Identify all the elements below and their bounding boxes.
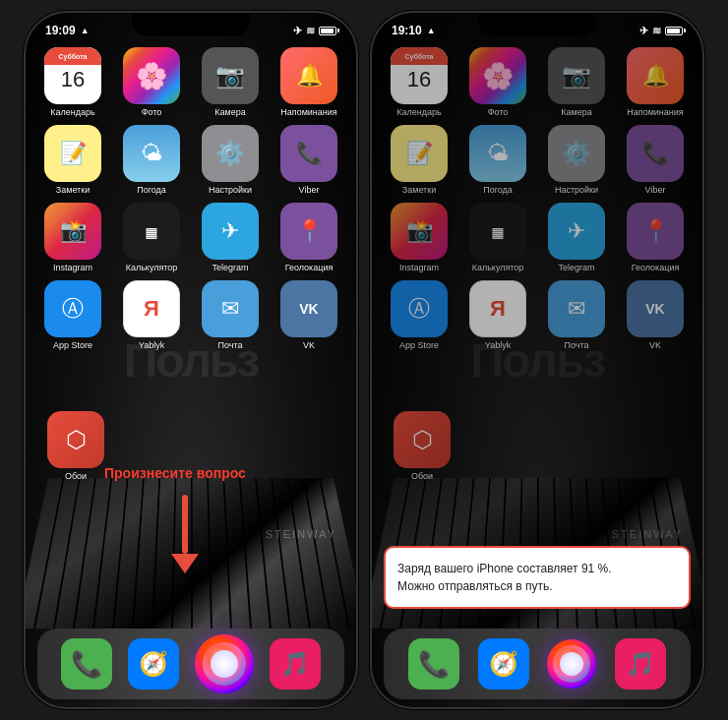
steinway-text-left: STEINWAY [266,528,336,540]
calendar-num-left: 16 [61,67,85,92]
app-yablyk-left[interactable]: Я Yablyk [116,280,187,350]
appstore-label-left: App Store [53,340,92,350]
settings-label-left: Настройки [209,185,252,195]
photos-label-left: Фото [142,107,162,117]
dock-phone-left[interactable]: 📞 [61,638,112,690]
status-bar-right: 19:10 ▲ ✈ ≋ [372,13,702,42]
dock-safari-right[interactable]: 🧭 [478,638,529,690]
yablyk-icon-left: Я [123,280,180,337]
reminders-label-left: Напоминания [280,107,336,117]
app-mail-left[interactable]: ✉ Почта [195,280,266,350]
oboi-label-left: Обои [65,471,87,481]
app-calculator-left[interactable]: ▦ Калькулятор [116,203,187,272]
app-photos-left[interactable]: 🌸 Фото [116,47,187,117]
location-icon-right: ▲ [427,26,436,35]
app-vk-left[interactable]: VK VK [273,280,344,350]
vk-label-left: VK [303,340,315,350]
siri-center-right [560,652,583,676]
status-right-left: ✈ ≋ [293,25,336,37]
weather-label-left: Погода [137,185,166,195]
viber-icon-left: 📞 [280,125,337,182]
right-screen: STEINWAY Польз 19:10 ▲ ✈ ≋ Суббота 16 [372,13,702,707]
calendar-icon-left: Суббота 16 [44,47,101,104]
notch-left [132,13,250,36]
photos-icon-left: 🌸 [123,47,180,104]
app-geolocation-left[interactable]: 📍 Геолокация [273,203,344,272]
calculator-icon-left: ▦ [123,203,180,260]
mail-label-left: Почта [218,340,243,350]
arrow-down-left [171,495,199,573]
plane-icon-left: ✈ [293,25,302,37]
left-phone: STEINWAY Польз 19:09 ▲ ✈ ≋ Суббота 16 [24,11,358,709]
dock-phone-right[interactable]: 📞 [408,638,459,690]
vk-icon-left: VK [280,280,337,337]
app-instagram-left[interactable]: 📸 Instagram [37,203,108,272]
app-viber-left[interactable]: 📞 Viber [273,125,344,195]
siri-prompt-left: Произнесите вопрос [104,465,246,481]
time-right: 19:10 [392,24,422,37]
geolocation-label-left: Геолокация [285,263,334,272]
app-grid-left: Суббота 16 Календарь 🌸 Фото 📷 Камера [37,47,344,350]
siri-inner-right [553,645,590,683]
wifi-icon-left: ≋ [306,25,315,37]
siri-inner-left [203,642,246,686]
siri-center-left [211,650,238,678]
status-left-left: 19:09 ▲ [45,24,90,37]
siri-response-text-right: Заряд вашего iPhone составляет 91 %.Можн… [397,560,677,595]
weather-icon-left: 🌤 [123,125,180,182]
camera-label-left: Камера [214,107,245,117]
notes-icon-left: 📝 [44,125,101,182]
app-oboi-left[interactable]: ⬡ Обои [37,411,114,481]
status-left-right: 19:10 ▲ [392,24,436,37]
siri-btn-left[interactable] [195,634,254,693]
app-notes-left[interactable]: 📝 Заметки [37,125,108,195]
time-left: 19:09 [45,24,76,37]
camera-icon-left: 📷 [202,47,259,104]
app-settings-left[interactable]: ⚙️ Настройки [195,125,266,195]
yablyk-label-left: Yablyk [139,340,164,350]
oboi-icon-left: ⬡ [47,411,104,468]
dock-music-left[interactable]: 🎵 [270,638,321,690]
battery-icon-left [319,27,336,35]
instagram-icon-left: 📸 [44,203,101,260]
viber-label-left: Viber [299,185,320,195]
arrow-shaft-left [182,495,188,554]
settings-icon-left: ⚙️ [202,125,259,182]
status-right-right: ✈ ≋ [639,25,683,37]
dock-left: 📞 🧭 🎵 [37,629,344,699]
wifi-icon-right: ≋ [652,25,661,37]
right-phone: STEINWAY Польз 19:10 ▲ ✈ ≋ Суббота 16 [370,11,704,709]
plane-icon-right: ✈ [639,25,648,37]
dock-safari-left[interactable]: 🧭 [128,638,179,690]
dock-music-right[interactable]: 🎵 [615,638,666,690]
app-calendar-left[interactable]: Суббота 16 Календарь [37,47,108,117]
telegram-label-left: Telegram [212,263,248,272]
geolocation-icon-left: 📍 [280,203,337,260]
app-reminders-left[interactable]: 🔔 Напоминания [273,47,344,117]
left-screen: STEINWAY Польз 19:09 ▲ ✈ ≋ Суббота 16 [26,13,356,707]
notes-label-left: Заметки [56,185,90,195]
siri-btn-right[interactable] [547,639,596,689]
calendar-header-left: Суббота [44,47,101,65]
arrow-head-left [171,554,199,573]
mail-icon-left: ✉ [202,280,259,337]
battery-icon-right [665,27,683,35]
app-telegram-left[interactable]: ✈ Telegram [195,203,266,272]
calendar-label-left: Календарь [50,107,94,117]
app-camera-left[interactable]: 📷 Камера [195,47,266,117]
location-icon-left: ▲ [81,26,90,35]
app-weather-left[interactable]: 🌤 Погода [116,125,187,195]
appstore-icon-left: Ⓐ [44,280,101,337]
reminders-icon-left: 🔔 [280,47,337,104]
siri-response-box-right: Заряд вашего iPhone составляет 91 %.Можн… [384,546,691,609]
dock-right: 📞 🧭 🎵 [384,629,691,699]
app-appstore-left[interactable]: Ⓐ App Store [37,280,108,350]
calculator-label-left: Калькулятор [126,263,178,272]
telegram-icon-left: ✈ [202,203,259,260]
instagram-label-left: Instagram [53,263,92,272]
